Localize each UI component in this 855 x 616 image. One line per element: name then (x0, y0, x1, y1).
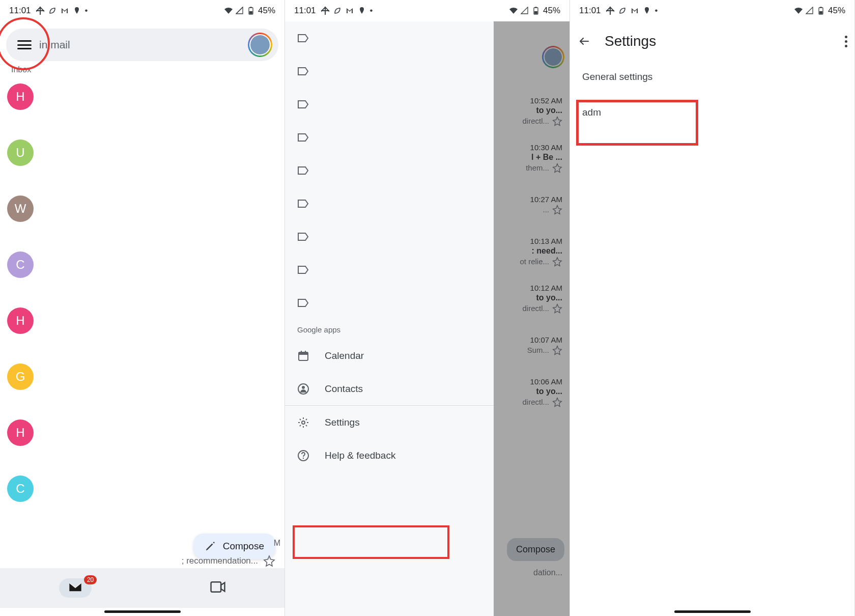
sender-avatar: H (7, 83, 34, 110)
sender-avatar: W (7, 195, 34, 222)
label-icon (297, 166, 309, 175)
drawer-calendar[interactable]: Calendar (285, 339, 494, 372)
status-bar: 11:01 • 45% (0, 0, 284, 21)
settings-general[interactable]: General settings (570, 61, 854, 93)
star-icon[interactable] (263, 555, 275, 567)
gear-icon (297, 416, 309, 429)
inbox-section-label: Inbox (11, 65, 284, 74)
drawer-settings-label: Settings (325, 417, 360, 428)
battery-icon (532, 7, 540, 15)
thread-row[interactable]: U (0, 133, 284, 189)
thread-row[interactable]: H (0, 77, 284, 133)
overflow-button[interactable] (845, 36, 847, 47)
scrim-overlay[interactable] (494, 21, 569, 616)
label-icon (297, 199, 309, 208)
gesture-handle[interactable] (104, 610, 181, 613)
drawer-label-item[interactable] (285, 21, 494, 54)
signal-icon (521, 7, 529, 15)
drawer-settings[interactable]: Settings (285, 406, 494, 439)
account-avatar[interactable] (248, 33, 272, 57)
svg-rect-29 (820, 7, 822, 8)
svg-rect-18 (305, 351, 306, 353)
drawer-label-item[interactable] (285, 286, 494, 319)
thread-row[interactable]: G (0, 357, 284, 413)
drawer-label-item[interactable] (285, 154, 494, 187)
menu-button[interactable] (10, 31, 39, 59)
wifi-icon (224, 7, 233, 15)
dot-icon: • (655, 6, 658, 16)
sender-avatar: G (7, 363, 34, 390)
svg-rect-6 (249, 11, 252, 14)
help-icon (297, 450, 309, 462)
gmail-m-icon (346, 7, 354, 15)
thread-row[interactable]: H (0, 413, 284, 469)
video-icon (210, 581, 225, 593)
dot-icon: • (370, 6, 373, 16)
slack-icon (36, 7, 44, 15)
thread-row[interactable]: C (0, 469, 284, 525)
battery-icon (817, 7, 825, 15)
status-time: 11:01 (579, 6, 601, 16)
label-icon (297, 265, 309, 274)
status-time: 11:01 (294, 6, 316, 16)
drawer-label-item[interactable] (285, 253, 494, 286)
drawer-label-item[interactable] (285, 88, 494, 121)
sender-avatar: H (7, 419, 34, 446)
thread-list[interactable]: H U W C H G H C (0, 77, 284, 525)
svg-rect-30 (819, 11, 822, 14)
signal-icon (806, 7, 814, 15)
pin-icon (643, 7, 651, 15)
svg-rect-17 (301, 351, 302, 353)
battery-percent: 45% (828, 6, 845, 16)
settings-account[interactable]: adm (570, 93, 854, 128)
label-icon (297, 100, 309, 109)
drawer-label-item[interactable] (285, 54, 494, 88)
mail-badge: 20 (84, 575, 97, 584)
drawer-calendar-label: Calendar (325, 350, 364, 361)
svg-rect-14 (534, 11, 537, 14)
drawer-help[interactable]: Help & feedback (285, 439, 494, 472)
status-bar: 11:01 • 45% (570, 0, 854, 21)
arrow-left-icon (578, 35, 590, 47)
drawer-help-label: Help & feedback (325, 450, 395, 461)
nav-mail[interactable]: 20 (59, 578, 92, 598)
wifi-icon (794, 7, 803, 15)
screen-settings: 11:01 • 45% Settings General settings ad… (570, 0, 855, 616)
label-icon (297, 67, 309, 76)
pin-icon (73, 7, 81, 15)
search-bar[interactable]: rch in mail (6, 29, 278, 61)
drawer-section-google-apps: Google apps (285, 319, 494, 339)
leaf-icon (618, 7, 626, 15)
thread-row[interactable]: W (0, 189, 284, 245)
dot-icon: • (85, 6, 88, 16)
svg-point-23 (303, 457, 304, 458)
battery-percent: 45% (543, 6, 560, 16)
drawer-label-item[interactable] (285, 220, 494, 253)
drawer-label-item[interactable] (285, 187, 494, 220)
drawer-contacts[interactable]: Contacts (285, 372, 494, 405)
svg-point-21 (302, 421, 305, 424)
mail-icon (68, 581, 82, 593)
svg-rect-5 (250, 7, 252, 8)
sender-avatar: C (7, 251, 34, 278)
thread-row[interactable]: H (0, 301, 284, 357)
status-app-icons: • (606, 6, 658, 16)
drawer-label-item[interactable] (285, 121, 494, 154)
slack-icon (606, 7, 614, 15)
screen-drawer: 11:01 • 45% 10:52 AMto yo...directl... 1… (285, 0, 570, 616)
gesture-handle[interactable] (674, 610, 751, 613)
wifi-icon (509, 7, 518, 15)
gmail-m-icon (631, 7, 639, 15)
status-time: 11:01 (9, 6, 31, 16)
label-icon (297, 232, 309, 241)
leaf-icon (333, 7, 341, 15)
signal-icon (236, 7, 244, 15)
calendar-icon (297, 350, 309, 362)
svg-rect-7 (211, 582, 221, 592)
nav-meet[interactable] (210, 581, 225, 595)
pin-icon (358, 7, 366, 15)
status-bar: 11:01 • 45% (285, 0, 569, 21)
thread-row[interactable]: C (0, 245, 284, 301)
search-placeholder[interactable]: rch in mail (36, 39, 248, 51)
back-button[interactable] (577, 34, 591, 48)
